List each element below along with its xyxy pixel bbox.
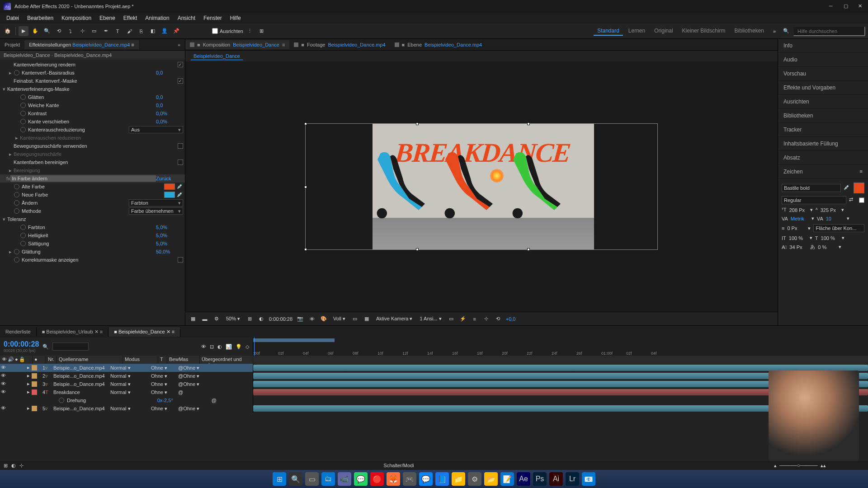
- twirl-icon[interactable]: ▸: [25, 405, 32, 412]
- comp-tab[interactable]: ■ Footage Beispielvideo_Dance.mp4: [289, 40, 390, 49]
- taskbar-app[interactable]: ⊞: [273, 472, 286, 486]
- layer-name[interactable]: Beispie...o_Dance.mp4: [52, 373, 110, 379]
- eye-toggle[interactable]: 👁: [0, 365, 6, 371]
- taskbar-app[interactable]: 📁: [452, 472, 465, 486]
- font-family-dropdown[interactable]: Bastile bold: [782, 184, 841, 192]
- help-search-input[interactable]: [793, 26, 865, 36]
- taskbar-app[interactable]: Ae: [517, 472, 530, 486]
- taskbar-app[interactable]: 💬: [354, 472, 368, 486]
- work-area-bar[interactable]: [253, 338, 335, 342]
- taskbar-app[interactable]: 💬: [419, 472, 433, 486]
- timeline-layer[interactable]: 👁 ▸ 4 T Breakdance Normal ▾ Ohne ▾ @: [0, 388, 868, 396]
- layer-color[interactable]: [32, 381, 37, 387]
- prop-value[interactable]: 5,0%: [156, 225, 183, 230]
- taskbar-app[interactable]: Lr: [566, 472, 579, 486]
- eye-toggle[interactable]: 👁: [0, 373, 6, 379]
- fast-preview-icon[interactable]: ⚡: [459, 315, 467, 323]
- trkmat-dropdown[interactable]: Ohne ▾: [151, 389, 178, 395]
- prop-checkbox[interactable]: [178, 257, 183, 263]
- taskbar-app[interactable]: 🔴: [370, 472, 384, 486]
- twirl-icon[interactable]: ▸: [25, 373, 32, 379]
- taskbar-app[interactable]: ⚙: [468, 472, 481, 486]
- workspace-more-icon[interactable]: »: [769, 26, 779, 36]
- taskbar-app[interactable]: 🎮: [403, 472, 416, 486]
- layer-name[interactable]: Beispie...o_Dance.mp4: [52, 406, 110, 411]
- timeline-icon[interactable]: ≡: [471, 315, 479, 323]
- pixel-aspect-icon[interactable]: ▭: [447, 315, 455, 323]
- menu-ansicht[interactable]: Ansicht: [174, 14, 199, 23]
- prop-dropdown[interactable]: Farbe übernehmen: [129, 207, 183, 215]
- parent-pickwhip-icon[interactable]: @: [178, 381, 183, 387]
- viewer-timecode[interactable]: 0:00:00:28: [269, 316, 292, 322]
- baseline-value[interactable]: 34 Px: [789, 244, 807, 250]
- trkmat-dropdown[interactable]: Ohne ▾: [151, 365, 178, 371]
- panel-ausrichten[interactable]: Ausrichten: [778, 95, 868, 109]
- channel-icon[interactable]: ▬: [201, 315, 209, 323]
- zoom-dropdown[interactable]: 50% ▾: [224, 315, 242, 322]
- show-snapshot-icon[interactable]: 👁: [308, 315, 316, 323]
- prop-value[interactable]: 0,0: [156, 94, 183, 100]
- roto-tool[interactable]: 👤: [160, 26, 170, 36]
- lock-col-icon[interactable]: 🔒: [19, 357, 25, 363]
- eye-toggle[interactable]: 👁: [0, 389, 6, 395]
- parent-pickwhip-icon[interactable]: @: [178, 389, 183, 395]
- eye-toggle[interactable]: 👁: [0, 405, 6, 412]
- orbit-tool[interactable]: ⟲: [54, 26, 64, 36]
- swap-colors-icon[interactable]: ⇄: [849, 197, 856, 204]
- layer-bar[interactable]: [253, 365, 868, 371]
- rotate-tool[interactable]: ⤵: [66, 26, 75, 36]
- workspace-kleiner bildschirm[interactable]: Kleiner Bildschirm: [679, 27, 729, 36]
- grid-toggle-icon[interactable]: ⊞: [245, 315, 254, 323]
- trkmat-dropdown[interactable]: Ohne ▾: [151, 381, 178, 387]
- parent-pickwhip-icon[interactable]: @: [178, 406, 183, 411]
- workspace-standard[interactable]: Standard: [594, 27, 623, 36]
- res-icon[interactable]: ⚙: [212, 315, 221, 323]
- snap-options-icon[interactable]: ⋮: [245, 26, 255, 36]
- toggle-switches-icon[interactable]: ⊞: [4, 463, 8, 469]
- layer-name[interactable]: Breakdance: [52, 389, 110, 395]
- resolution-dropdown[interactable]: Voll ▾: [331, 315, 347, 322]
- menu-bearbeiten[interactable]: Bearbeiten: [24, 14, 57, 23]
- tab-project[interactable]: Projekt: [0, 40, 24, 49]
- menu-hilfe[interactable]: Hilfe: [226, 14, 245, 23]
- vscale-value[interactable]: 100 %: [789, 235, 807, 241]
- comp-tab[interactable]: ■ Komposition Beispielvideo_Dance ≡: [185, 40, 289, 49]
- color-mgmt-icon[interactable]: 🎨: [320, 315, 328, 323]
- mode-dropdown[interactable]: Normal ▾: [110, 365, 142, 371]
- layer-color[interactable]: [32, 373, 37, 379]
- grid-icon[interactable]: ⊞: [257, 26, 267, 36]
- parent-pickwhip-icon[interactable]: @: [178, 365, 183, 371]
- workspace-original[interactable]: Original: [651, 27, 676, 36]
- color-swatch[interactable]: [164, 183, 175, 190]
- stopwatch-icon[interactable]: [20, 127, 26, 132]
- taskbar-app[interactable]: 📘: [435, 472, 449, 486]
- roi-icon[interactable]: ▭: [351, 315, 359, 323]
- panel-inhaltsbasierte-füllung[interactable]: Inhaltsbasierte Füllung: [778, 137, 868, 151]
- timeline-tab[interactable]: Renderliste: [0, 327, 37, 336]
- panel-tracker[interactable]: Tracker: [778, 123, 868, 137]
- flowchart-icon[interactable]: ⊹: [482, 315, 491, 323]
- eyedropper-icon[interactable]: 💉: [177, 192, 183, 198]
- close-button[interactable]: ✕: [858, 3, 864, 9]
- mode-dropdown[interactable]: Normal ▾: [110, 381, 142, 387]
- taskbar-app[interactable]: 📝: [500, 472, 514, 486]
- reset-link[interactable]: Zurück: [156, 176, 183, 181]
- prop-value[interactable]: 5,0%: [156, 241, 183, 246]
- stroke-mode-dropdown[interactable]: Fläche über Kon...: [813, 224, 864, 232]
- twirl-icon[interactable]: ▸: [8, 151, 13, 157]
- composition-viewer[interactable]: BREAKDANCE: [185, 61, 778, 312]
- prop-value[interactable]: 0x-2,5°: [157, 398, 212, 403]
- font-size-value[interactable]: 208 Px: [789, 207, 807, 213]
- menu-datei[interactable]: Datei: [3, 14, 23, 23]
- taskbar-app[interactable]: 🗂: [321, 472, 335, 486]
- mode-dropdown[interactable]: Normal ▾: [110, 389, 142, 395]
- shy-icon[interactable]: 👁: [201, 344, 206, 349]
- stopwatch-icon[interactable]: [14, 70, 19, 75]
- prop-dropdown[interactable]: Aus: [129, 126, 183, 133]
- stopwatch-icon[interactable]: [20, 111, 26, 116]
- tsume-value[interactable]: 0 %: [818, 244, 836, 250]
- stroke-width-value[interactable]: 0 Px: [787, 225, 805, 231]
- twirl-icon[interactable]: ▾: [2, 86, 6, 92]
- hand-tool[interactable]: ✋: [30, 26, 40, 36]
- zoom-tool[interactable]: 🔍: [42, 26, 52, 36]
